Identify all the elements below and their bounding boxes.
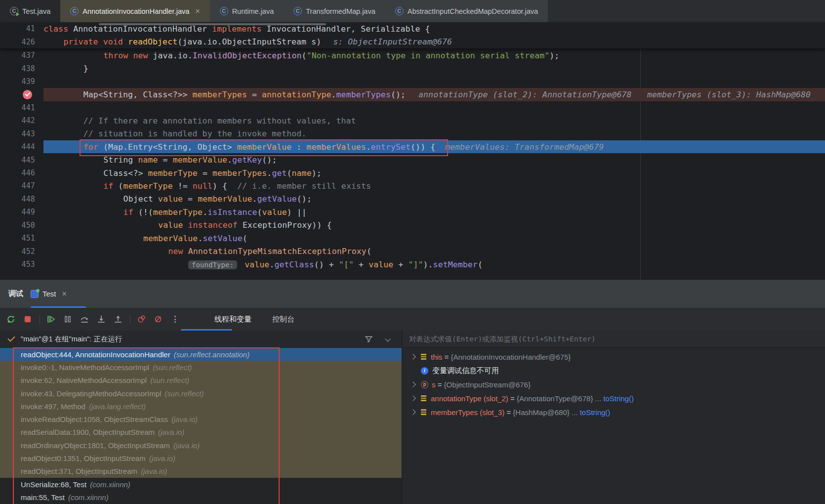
line-number-437[interactable]: 437	[0, 51, 43, 60]
chevron-right-icon[interactable]	[410, 396, 416, 400]
sticky-header-lines: 41class AnnotationInvocationHandler impl…	[0, 22, 825, 49]
variable-info-row[interactable]: i变量调试信息不可用	[402, 364, 825, 378]
editor-tab-transformedmap-java[interactable]: CTransformedMap.java	[284, 0, 385, 22]
evaluate-placeholder: 对表达式求值(Enter)或添加监视(Ctrl+Shift+Enter)	[409, 335, 596, 344]
line-number-448[interactable]: 448	[0, 195, 43, 204]
code-text: class AnnotationInvocationHandler implem…	[43, 24, 430, 34]
debug-tab-[interactable]: 线程和变量	[214, 315, 251, 324]
close-icon[interactable]: ×	[62, 290, 67, 298]
code-line-443[interactable]: 443// situation is handled by the invoke…	[0, 127, 825, 140]
step-over-icon[interactable]	[80, 314, 89, 324]
line-number-442[interactable]: 442	[0, 116, 43, 125]
stack-frame[interactable]: invoke:497, Method(java.lang.reflect)	[0, 400, 402, 413]
variable-value: {HashMap@680}	[513, 408, 569, 417]
line-number-441[interactable]: 441	[0, 103, 43, 112]
chevron-right-icon[interactable]	[410, 382, 416, 386]
line-number-438[interactable]: 438	[0, 64, 43, 73]
stack-frame[interactable]: readObject:444, AnnotationInvocationHand…	[0, 348, 402, 361]
variable-row[interactable]: ps = {ObjectInputStream@676}	[402, 378, 825, 391]
variable-row[interactable]: annotationType (slot_2) = {AnnotationTyp…	[402, 391, 825, 405]
code-line-448[interactable]: 448Object value = memberValue.getValue()…	[0, 193, 825, 206]
line-number-447[interactable]: 447	[0, 181, 43, 190]
line-number-452[interactable]: 452	[0, 247, 43, 256]
resume-icon[interactable]	[46, 314, 56, 324]
line-number-445[interactable]: 445	[0, 156, 43, 165]
line-number-449[interactable]: 449	[0, 208, 43, 216]
editor-code: 437throw new java.io.InvalidObjectExcept…	[0, 49, 825, 271]
code-line-453[interactable]: 453foundType: value.getClass() + "[" + v…	[0, 258, 825, 271]
horizontal-scrollbar[interactable]	[99, 23, 326, 25]
code-text: if (!(memberType.isInstance(value) ||	[43, 208, 307, 217]
frame-location: main:55, Test	[21, 493, 65, 502]
tostring-link[interactable]: toString()	[603, 394, 634, 403]
thread-status: "main"@1 在组"main": 正在运行	[21, 335, 122, 344]
code-line-452[interactable]: 452new AnnotationTypeMismatchExceptionPr…	[0, 245, 825, 257]
code-text: value instanceof ExceptionProxy)) {	[43, 220, 332, 230]
debug-tab-[interactable]: 控制台	[272, 315, 294, 324]
editor-tab-abstractinputcheckedmapdecorator-java[interactable]: CAbstractInputCheckedMapDecorator.java	[385, 0, 548, 22]
editor-tab-runtime-java[interactable]: CRuntime.java	[210, 0, 284, 22]
stack-frame[interactable]: readObject0:1351, ObjectInputStream(java…	[0, 452, 402, 464]
code-line-445[interactable]: 445String name = memberValue.getKey();	[0, 153, 825, 166]
line-number-451[interactable]: 451	[0, 234, 43, 243]
code-line-440[interactable]: Map<String, Class<?>> memberTypes = anno…	[0, 88, 825, 101]
line-number-439[interactable]: 439	[0, 77, 43, 86]
tostring-link[interactable]: toString()	[580, 408, 611, 417]
line-number-440[interactable]	[0, 90, 43, 99]
rerun-icon[interactable]	[6, 314, 16, 324]
stack-frame[interactable]: main:55, Test(com.xiinnn)	[0, 491, 402, 504]
chevron-down-icon[interactable]	[385, 336, 390, 341]
line-number-450[interactable]: 450	[0, 221, 43, 230]
editor-tab-annotationinvocationhandler-java[interactable]: CAnnotationInvocationHandler.java×	[60, 0, 209, 22]
mute-breakpoints-icon[interactable]	[153, 314, 163, 324]
code-text: // If there are annotation members witho…	[43, 116, 356, 126]
line-number-41[interactable]: 41	[0, 24, 43, 33]
frame-package: (java.io)	[158, 428, 184, 436]
code-line-441[interactable]: 441	[0, 101, 825, 114]
code-line-442[interactable]: 442// If there are annotation members wi…	[0, 114, 825, 127]
code-line-446[interactable]: 446Class<?> memberType = memberTypes.get…	[0, 167, 825, 179]
code-line-438[interactable]: 438}	[0, 62, 825, 75]
stack-frame[interactable]: invoke:62, NativeMethodAccessorImpl(sun.…	[0, 374, 402, 387]
stack-frame[interactable]: invoke:43, DelegatingMethodAccessorImpl(…	[0, 387, 402, 400]
line-number-426[interactable]: 426	[0, 38, 43, 46]
code-line-451[interactable]: 451memberValue.setValue(	[0, 232, 825, 245]
thread-selector[interactable]: "main"@1 在组"main": 正在运行	[0, 331, 402, 348]
code-editor[interactable]: 41class AnnotationInvocationHandler impl…	[0, 22, 825, 279]
frame-location: readObject0:1351, ObjectInputStream	[21, 454, 146, 462]
variable-row[interactable]: memberTypes (slot_3) = {HashMap@680} ...…	[402, 405, 825, 419]
code-line-439[interactable]: 439	[0, 75, 825, 88]
code-line-450[interactable]: 450value instanceof ExceptionProxy)) {	[0, 219, 825, 232]
evaluate-expression-input[interactable]: 对表达式求值(Enter)或添加监视(Ctrl+Shift+Enter)	[402, 331, 825, 348]
code-line-447[interactable]: 447if (memberType != null) { // i.e. mem…	[0, 179, 825, 192]
code-line-444[interactable]: 444for (Map.Entry<String, Object> member…	[0, 140, 825, 153]
line-number-443[interactable]: 443	[0, 129, 43, 138]
more-icon[interactable]	[170, 316, 180, 323]
close-icon[interactable]: ×	[195, 7, 200, 16]
line-number-453[interactable]: 453	[0, 260, 43, 269]
variable-row[interactable]: this = {AnnotationInvocationHandler@675}	[402, 350, 825, 364]
line-number-444[interactable]: 444	[0, 142, 43, 151]
step-out-icon[interactable]	[113, 314, 123, 324]
stack-frame[interactable]: readObject:371, ObjectInputStream(java.i…	[0, 465, 402, 478]
editor-tab-test-java[interactable]: CTest.java	[0, 0, 60, 22]
stack-frame[interactable]: readOrdinaryObject:1801, ObjectInputStre…	[0, 439, 402, 452]
stack-frame[interactable]: invokeReadObject:1058, ObjectStreamClass…	[0, 413, 402, 425]
stack-frame[interactable]: UnSerialize:68, Test(com.xiinnn)	[0, 478, 402, 491]
code-line-437[interactable]: 437throw new java.io.InvalidObjectExcept…	[0, 49, 825, 62]
view-breakpoints-icon[interactable]	[136, 314, 146, 324]
breakpoint-icon[interactable]	[23, 90, 32, 99]
code-line-426[interactable]: 426private void readObject(java.io.Objec…	[0, 35, 825, 48]
thread-ok-icon	[7, 334, 15, 342]
filter-icon[interactable]	[365, 335, 373, 343]
line-number-446[interactable]: 446	[0, 168, 43, 177]
pause-icon[interactable]	[63, 314, 73, 324]
code-line-449[interactable]: 449if (!(memberType.isInstance(value) ||	[0, 206, 825, 218]
step-into-icon[interactable]	[96, 314, 106, 324]
chevron-right-icon[interactable]	[410, 410, 416, 414]
chevron-right-icon[interactable]	[410, 355, 416, 359]
debug-session-tab[interactable]: Test ×	[31, 280, 67, 308]
stop-icon[interactable]	[23, 314, 33, 324]
stack-frame[interactable]: invoke0:-1, NativeMethodAccessorImpl(sun…	[0, 361, 402, 374]
stack-frame[interactable]: readSerialData:1900, ObjectInputStream(j…	[0, 426, 402, 439]
